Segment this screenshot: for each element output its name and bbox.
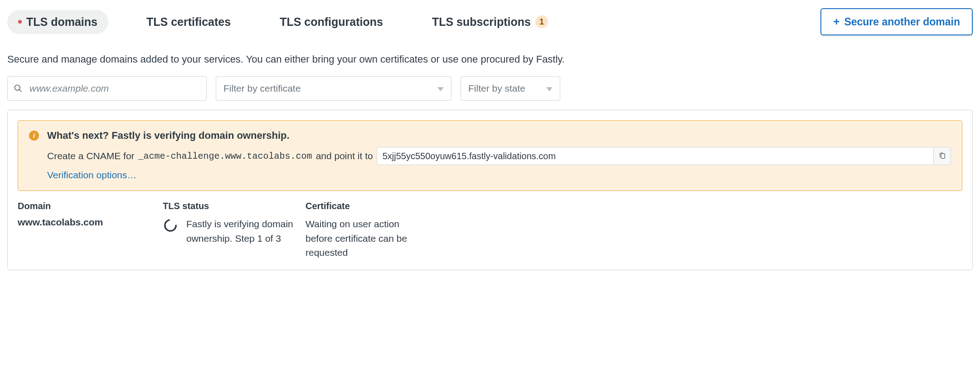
tab-label: TLS subscriptions xyxy=(432,15,531,29)
col-header-domain: Domain xyxy=(18,201,158,211)
cname-suffix: and point it to xyxy=(316,151,373,161)
plus-icon: + xyxy=(833,15,839,28)
cname-value-input[interactable] xyxy=(377,147,951,165)
page-description: Secure and manage domains added to your … xyxy=(7,54,973,65)
tab-label: TLS configurations xyxy=(280,15,383,29)
svg-line-1 xyxy=(19,90,22,92)
cname-value-wrap xyxy=(377,147,951,165)
tab-tls-domains[interactable]: TLS domains xyxy=(7,10,108,34)
select-label: Filter by state xyxy=(468,83,525,94)
notice-cname-line: Create a CNAME for _acme-challenge.www.t… xyxy=(47,147,951,165)
filter-state-select[interactable]: Filter by state xyxy=(461,76,560,101)
filters-row: Filter by certificate Filter by state xyxy=(7,76,973,101)
domain-table: Domain www.tacolabs.com TLS status Fastl… xyxy=(18,201,962,260)
tab-tls-certificates[interactable]: TLS certificates xyxy=(136,10,242,34)
spinner-icon xyxy=(163,218,178,245)
search-icon xyxy=(14,84,23,93)
select-label: Filter by certificate xyxy=(223,83,301,94)
subscriptions-badge: 1 xyxy=(535,15,548,28)
button-label: Secure another domain xyxy=(844,16,960,28)
tab-tls-subscriptions[interactable]: TLS subscriptions 1 xyxy=(421,10,559,34)
verification-options-link[interactable]: Verification options… xyxy=(47,170,136,180)
notice-title: What's next? Fastly is verifying domain … xyxy=(47,130,951,142)
tab-tls-configurations[interactable]: TLS configurations xyxy=(269,10,394,34)
tabs-row: TLS domains TLS certificates TLS configu… xyxy=(7,8,973,35)
status-dot-icon xyxy=(18,20,22,24)
clipboard-icon xyxy=(939,152,946,160)
svg-point-3 xyxy=(165,220,176,231)
search-wrap xyxy=(7,76,207,101)
col-header-certificate: Certificate xyxy=(306,201,423,211)
copy-cname-button[interactable] xyxy=(933,147,951,165)
info-icon: i xyxy=(29,131,39,141)
filter-certificate-select[interactable]: Filter by certificate xyxy=(216,76,451,101)
certificate-status-text: Waiting on user action before certificat… xyxy=(306,217,423,260)
svg-point-0 xyxy=(15,85,20,91)
domain-search-input[interactable] xyxy=(7,76,207,101)
cname-prefix: Create a CNAME for xyxy=(47,151,135,161)
svg-rect-2 xyxy=(941,154,945,159)
domain-card: i What's next? Fastly is verifying domai… xyxy=(7,110,973,270)
tab-label: TLS domains xyxy=(26,15,97,29)
domain-value: www.tacolabs.com xyxy=(18,217,158,228)
tab-label: TLS certificates xyxy=(146,15,231,29)
secure-another-domain-button[interactable]: + Secure another domain xyxy=(820,8,973,35)
col-header-status: TLS status xyxy=(163,201,301,211)
tls-status-text: Fastly is verifying domain ownership. St… xyxy=(186,217,301,245)
cname-host: _acme-challenge.www.tacolabs.com xyxy=(138,151,312,161)
verification-notice: i What's next? Fastly is verifying domai… xyxy=(18,120,962,191)
